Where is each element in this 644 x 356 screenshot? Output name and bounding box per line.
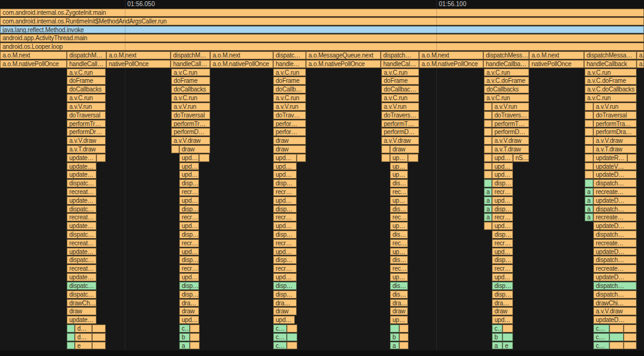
flame-slice[interactable]: dispatch… [381, 51, 419, 59]
flame-slice[interactable]: upd… [492, 171, 513, 179]
flame-slice[interactable]: draw [273, 137, 306, 145]
flame-slice[interactable]: performTra… [593, 120, 637, 127]
flame-slice[interactable]: handleCall… [67, 60, 106, 68]
flame-slice[interactable]: a.v.C.run [171, 94, 210, 102]
flame-slice[interactable]: updateD… [593, 316, 637, 324]
flame-slice[interactable] [67, 324, 75, 333]
flame-slice[interactable]: doTraversal [171, 111, 210, 119]
flame-slice[interactable]: updateV… [593, 163, 637, 170]
flame-slice[interactable]: a.v.C.doFrame [484, 77, 529, 85]
flame-slice[interactable]: a [390, 342, 399, 349]
flame-slice[interactable] [484, 111, 492, 119]
flame-slice[interactable]: updateD… [593, 197, 637, 205]
flame-slice[interactable] [190, 324, 200, 333]
flame-slice[interactable]: performD… [492, 128, 529, 136]
flame-slice[interactable]: upd… [179, 222, 199, 230]
flame-slice[interactable] [502, 324, 513, 333]
flame-slice[interactable] [171, 145, 179, 153]
flame-slice[interactable] [96, 154, 106, 162]
flame-slice[interactable]: updateD… [593, 222, 637, 230]
flame-slice[interactable]: upd… [492, 163, 513, 170]
flame-slice[interactable]: a.v.V.run [381, 103, 419, 111]
flame-slice[interactable]: disp… [273, 205, 297, 213]
flame-slice[interactable]: a [585, 205, 593, 213]
flame-slice[interactable]: updateD… [593, 171, 637, 179]
flame-slice[interactable]: d… [75, 333, 92, 341]
flame-slice[interactable]: update… [67, 222, 96, 230]
flame-slice[interactable]: a.v.T.draw [67, 145, 106, 153]
flame-slice[interactable] [484, 120, 492, 127]
flame-slice[interactable]: a [484, 205, 492, 213]
flame-slice[interactable]: android.app.ActivityThread.main [0, 34, 644, 42]
flame-slice[interactable]: a.o.M.next [210, 51, 273, 59]
flame-slice[interactable]: recreat… [67, 265, 96, 273]
flame-slice[interactable]: c… [273, 324, 287, 333]
flame-slice[interactable]: upd… [273, 222, 297, 230]
flame-slice[interactable]: disp… [179, 282, 199, 290]
flame-slice[interactable]: performD… [381, 128, 419, 136]
flame-slice[interactable]: update… [67, 171, 96, 179]
flame-slice[interactable]: dispatc… [67, 179, 96, 187]
flame-slice[interactable]: disp… [492, 231, 513, 239]
flame-slice[interactable] [399, 342, 409, 349]
flame-slice[interactable]: up… [390, 222, 408, 230]
flame-slice-selected[interactable]: java.lang.reflect.Method.invoke [0, 26, 644, 33]
flame-slice[interactable]: drawCh… [67, 299, 96, 307]
flame-slice[interactable]: doCallbacks [171, 85, 210, 93]
flame-slice[interactable]: b [179, 333, 190, 341]
flame-slice[interactable] [408, 154, 418, 162]
flame-slice[interactable]: a.v.V.draw [171, 137, 210, 145]
flame-slice[interactable]: a.v.V.draw [593, 137, 637, 145]
flame-slice[interactable]: doFrame [171, 77, 210, 85]
flame-slice[interactable] [199, 154, 210, 162]
flame-slice[interactable] [381, 145, 390, 153]
flame-slice[interactable]: upd… [179, 163, 199, 170]
flame-slice[interactable]: dispatc… [67, 290, 96, 299]
flame-slice[interactable]: doFrame [273, 77, 306, 85]
flame-slice[interactable]: recr… [179, 213, 199, 221]
flame-slice[interactable]: doFrame [67, 77, 106, 85]
flame-slice[interactable]: a.v.V.run [67, 103, 106, 111]
flame-slice[interactable]: android.os.Looper.loop [0, 43, 644, 51]
flame-slice[interactable]: upd… [492, 154, 513, 162]
flame-slice[interactable]: dispatc… [67, 256, 96, 264]
flame-slice[interactable] [484, 128, 492, 136]
flame-slice[interactable]: dis… [390, 179, 408, 187]
flame-slice[interactable]: updateR… [593, 154, 627, 162]
flame-slice[interactable]: dispatchMessa… [584, 51, 637, 59]
flame-slice[interactable]: recr… [179, 239, 199, 247]
flame-slice[interactable]: handleCallback [584, 60, 637, 68]
flame-slice[interactable]: a.v.V.run [171, 103, 210, 111]
flame-slice[interactable]: disp… [492, 282, 513, 290]
flame-slice[interactable]: com.android.internal.os.RuntimeInit$Meth… [0, 17, 644, 25]
flame-slice[interactable]: dispatch… [593, 179, 637, 187]
flame-slice[interactable]: a.v.C.run [381, 69, 419, 76]
flame-slice[interactable]: dis… [390, 290, 408, 299]
flame-slice[interactable]: upd… [273, 248, 297, 255]
flame-slice[interactable]: rec… [390, 188, 408, 196]
flame-slice[interactable]: recr… [273, 213, 297, 221]
flame-slice[interactable] [92, 324, 106, 333]
flame-slice[interactable]: a [585, 197, 593, 205]
flame-slice[interactable]: a.o.M.next [419, 51, 483, 59]
flame-slice[interactable]: upd… [273, 154, 297, 162]
flame-slice[interactable]: upd… [179, 197, 199, 205]
flame-slice[interactable]: disp… [273, 256, 297, 264]
flame-slice[interactable]: disp… [273, 231, 297, 239]
flame-slice[interactable]: up… [390, 273, 408, 281]
flame-slice[interactable]: a.v.T.draw [593, 145, 637, 153]
flame-slice[interactable]: dra… [390, 299, 408, 307]
flame-slice[interactable]: a [492, 342, 502, 349]
flame-slice[interactable]: dispatch… [593, 231, 637, 239]
flame-slice[interactable]: recr… [273, 188, 297, 196]
flame-slice[interactable]: a.v.C.run [67, 69, 106, 76]
flame-slice[interactable]: rec… [390, 265, 408, 273]
flame-slice[interactable]: doCallb… [273, 85, 306, 93]
flame-slice[interactable]: a.o.M.next [0, 51, 67, 59]
flame-slice[interactable]: a [585, 188, 593, 196]
flame-slice[interactable]: upd… [179, 248, 199, 255]
flame-slice[interactable] [585, 137, 593, 145]
flame-slice[interactable]: dispatch… [593, 256, 637, 264]
flame-slice[interactable]: recreate… [593, 188, 637, 196]
flame-slice[interactable]: b [390, 333, 399, 341]
